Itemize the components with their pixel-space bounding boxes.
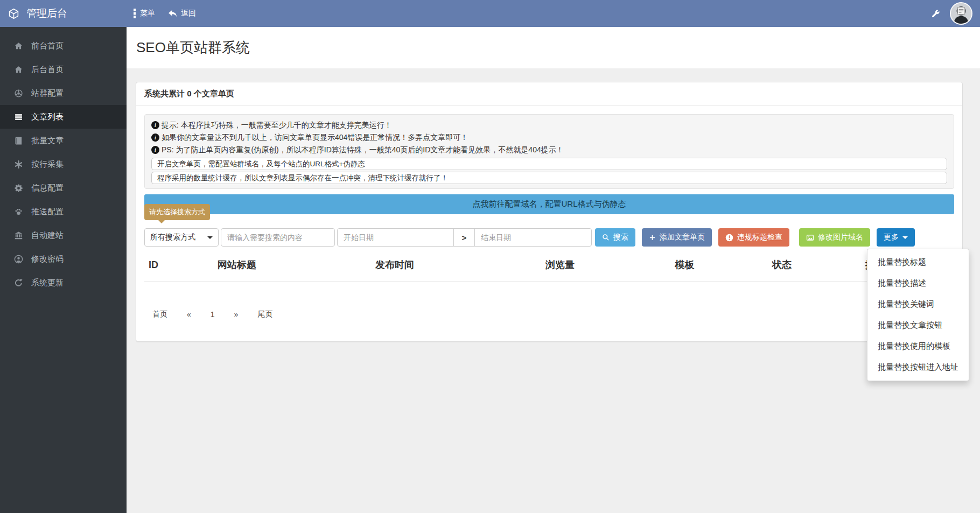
sidebar-item-label: 文章列表 bbox=[31, 112, 64, 122]
search-mode-selected: 所有搜索方式 bbox=[150, 233, 195, 242]
cube-icon bbox=[8, 8, 19, 19]
keyword-input[interactable] bbox=[221, 228, 335, 247]
sidebar-item-label: 自动建站 bbox=[31, 230, 64, 241]
sidebar-item-batch-articles[interactable]: 批量文章 bbox=[0, 129, 127, 152]
sidebar-item-article-list[interactable]: 文章列表 bbox=[0, 105, 127, 129]
search-icon bbox=[602, 234, 610, 241]
caret-down-icon bbox=[902, 236, 908, 242]
menu-button[interactable]: 菜单 bbox=[127, 0, 162, 27]
sidebar-item-label: 前台首页 bbox=[31, 41, 64, 51]
sidebar-item-label: 后台首页 bbox=[31, 65, 64, 75]
home-icon bbox=[13, 41, 23, 51]
note-box: 程序采用的数量统计缓存，所以文章列表显示偶尔存在一点冲突，清理下统计缓存就行了！ bbox=[151, 172, 947, 184]
pagination-page-1[interactable]: 1 bbox=[211, 307, 215, 322]
search-button[interactable]: 搜索 bbox=[595, 228, 635, 247]
start-date-input[interactable] bbox=[337, 228, 454, 247]
column-header-template: 模板 bbox=[671, 255, 768, 282]
sidebar-item-front-home[interactable]: 前台首页 bbox=[0, 34, 127, 58]
dropdown-item-replace-keywords[interactable]: 批量替换关键词 bbox=[867, 294, 969, 315]
image-domain-label: 修改图片域名 bbox=[818, 233, 863, 242]
asterisk-icon bbox=[13, 160, 23, 169]
back-arrow-icon bbox=[168, 10, 177, 18]
dropdown-item-replace-button-url[interactable]: 批量替换按钮进入地址 bbox=[867, 357, 969, 378]
bank-icon bbox=[13, 231, 23, 240]
column-header-publish-time: 发布时间 bbox=[371, 255, 541, 282]
menu-label: 菜单 bbox=[140, 9, 155, 18]
title-check-button[interactable]: 违规标题检查 bbox=[718, 228, 789, 247]
search-mode-tooltip: 请先选择搜索方式 bbox=[144, 204, 210, 220]
user-circle-icon bbox=[13, 255, 23, 264]
sidebar-item-system-update[interactable]: 系统更新 bbox=[0, 271, 127, 294]
image-domain-button[interactable]: 修改图片域名 bbox=[799, 228, 870, 247]
sidebar-item-admin-home[interactable]: 后台首页 bbox=[0, 58, 127, 81]
pagination-prev[interactable]: « bbox=[187, 307, 191, 322]
info-icon bbox=[151, 146, 159, 154]
refresh-icon bbox=[13, 278, 23, 287]
back-label: 返回 bbox=[181, 9, 196, 18]
more-dropdown-menu: 批量替换标题 批量替换描述 批量替换关键词 批量替换文章按钮 批量替换使用的模板… bbox=[867, 249, 969, 381]
dropdown-item-replace-template[interactable]: 批量替换使用的模板 bbox=[867, 336, 969, 357]
main-content: SEO单页站群系统 系统共累计 0 个文章单页 提示: 本程序技巧特殊，一般需要… bbox=[127, 27, 980, 513]
note-box: 开启文章单页，需配置站群域名，及每个站点的URL格式+伪静态 bbox=[151, 158, 947, 170]
dropdown-item-replace-title[interactable]: 批量替换标题 bbox=[867, 252, 969, 273]
end-date-input[interactable] bbox=[474, 228, 592, 247]
column-header-status: 状态 bbox=[768, 255, 861, 282]
info-icon bbox=[151, 133, 159, 142]
chevron-down-icon bbox=[207, 236, 213, 242]
content-header: SEO单页站群系统 bbox=[127, 27, 980, 68]
brand[interactable]: 管理后台 bbox=[0, 6, 127, 20]
dropdown-item-replace-description[interactable]: 批量替换描述 bbox=[867, 273, 969, 294]
sidebar-item-label: 修改密码 bbox=[31, 254, 64, 264]
sidebar-item-label: 按行采集 bbox=[31, 159, 64, 170]
pagination: 首页 « 1 » 尾页 bbox=[144, 306, 954, 322]
chevron-right-icon: > bbox=[462, 233, 467, 242]
search-mode-select[interactable]: 所有搜索方式 bbox=[144, 228, 219, 247]
dropdown-item-replace-article-button[interactable]: 批量替换文章按钮 bbox=[867, 315, 969, 336]
sidebar-item-info-config[interactable]: 信息配置 bbox=[0, 176, 127, 200]
tip-text: PS: 为了防止单页内容重复(伪原创)，所以本程序ID算法特殊，一般第40页后的… bbox=[162, 144, 564, 156]
column-header-views: 浏览量 bbox=[541, 255, 671, 282]
title-check-label: 违规标题检查 bbox=[737, 233, 782, 242]
brand-label: 管理后台 bbox=[26, 6, 67, 20]
plus-icon bbox=[649, 234, 656, 241]
back-button[interactable]: 返回 bbox=[162, 0, 202, 27]
wrench-icon[interactable] bbox=[931, 9, 940, 18]
sidebar-item-label: 系统更新 bbox=[31, 278, 64, 288]
pagination-next[interactable]: » bbox=[234, 307, 239, 322]
sidebar-item-label: 信息配置 bbox=[31, 183, 64, 193]
user-avatar[interactable] bbox=[950, 2, 972, 25]
date-range-separator: > bbox=[453, 228, 475, 247]
sidebar-item-change-password[interactable]: 修改密码 bbox=[0, 247, 127, 271]
page-title: SEO单页站群系统 bbox=[136, 38, 250, 57]
sidebar-item-auto-build[interactable]: 自动建站 bbox=[0, 223, 127, 247]
paw-icon bbox=[13, 207, 23, 216]
add-article-button[interactable]: 添加文章单页 bbox=[642, 228, 712, 247]
column-header-title: 网站标题 bbox=[213, 255, 371, 282]
image-icon bbox=[806, 234, 814, 242]
info-icon bbox=[151, 121, 159, 129]
sidebar: 前台首页 后台首页 站群配置 文章列表 批量文章 按行采集 信息配置 bbox=[0, 27, 127, 513]
add-article-label: 添加文章单页 bbox=[660, 233, 705, 242]
pagination-first[interactable]: 首页 bbox=[152, 306, 167, 322]
sidebar-item-sitegroup-config[interactable]: 站群配置 bbox=[0, 81, 127, 105]
home-icon bbox=[13, 65, 23, 74]
chrome-icon bbox=[13, 89, 23, 98]
search-button-label: 搜索 bbox=[613, 233, 628, 242]
more-button-label: 更多 bbox=[884, 233, 899, 242]
config-domain-banner[interactable]: 点我前往配置域名，配置URL格式与伪静态 bbox=[144, 194, 954, 214]
column-header-id: ID bbox=[144, 255, 213, 282]
sidebar-item-push-config[interactable]: 推送配置 bbox=[0, 200, 127, 223]
exclamation-circle-icon bbox=[725, 234, 733, 242]
gear-icon bbox=[13, 184, 23, 193]
menu-bars-icon bbox=[133, 9, 136, 18]
book-icon bbox=[13, 136, 23, 145]
tip-line: 提示: 本程序技巧特殊，一般需要至少几千的文章才能支撑完美运行！ bbox=[151, 119, 947, 131]
sidebar-item-label: 站群配置 bbox=[31, 88, 64, 99]
tip-line: 如果你的文章量达不到几千以上，访问文章单页显示404错误是正常情况！多弄点文章即… bbox=[151, 131, 947, 144]
top-navbar: 管理后台 菜单 返回 bbox=[0, 0, 980, 27]
article-panel: 系统共累计 0 个文章单页 提示: 本程序技巧特殊，一般需要至少几千的文章才能支… bbox=[136, 82, 963, 342]
more-button[interactable]: 更多 bbox=[877, 228, 915, 247]
tip-text: 如果你的文章量达不到几千以上，访问文章单页显示404错误是正常情况！多弄点文章即… bbox=[162, 131, 468, 144]
sidebar-item-line-collect[interactable]: 按行采集 bbox=[0, 152, 127, 176]
pagination-last[interactable]: 尾页 bbox=[257, 306, 272, 322]
